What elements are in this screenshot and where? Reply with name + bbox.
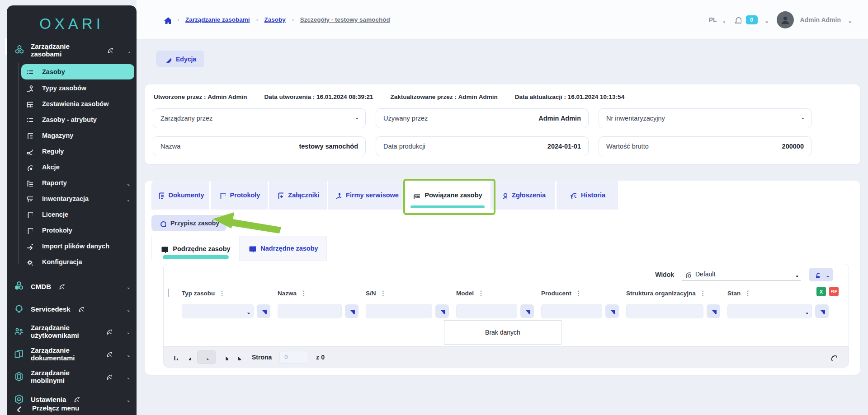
filter-input-nazwa[interactable] [278,304,342,318]
breadcrumb-current[interactable]: Szczegóły - testowy samochód [300,16,390,23]
select-all-checkbox[interactable] [168,289,169,297]
last-page-button[interactable] [234,353,242,361]
avatar[interactable] [777,11,794,28]
sidebar-item-licencje[interactable]: Licencje [7,206,137,222]
sidebar-item-zasoby[interactable]: Zasoby [21,64,134,79]
filter-funnel-button[interactable] [815,304,829,318]
sidebar-item-zasoby-atrybuty[interactable]: Zasoby - atrybuty [7,112,137,127]
tab-firmy-serwisowe[interactable]: Firmy serwisowe [328,181,405,210]
tab-zgloszenia[interactable]: Zgłoszenia [491,181,555,210]
toggle-menu-button[interactable]: Przełącz menu [14,404,129,412]
user-menu[interactable]: Admin Admin [800,16,841,23]
filter-input-stan[interactable] [727,304,812,318]
filter-input-typ-zasobu[interactable] [182,304,254,318]
sidebar-item-label: Inwentaryzacja [42,195,89,202]
meta-created-by: Utworzone przez : Admin Admin [154,93,247,100]
caret-down-icon [720,17,725,23]
caret-down-icon [823,272,829,277]
tab-powiazane-zasoby[interactable]: Powiązane zasoby [406,181,489,210]
chevron-down-icon [125,306,130,312]
sidebar-group-zarzadzanie-zasobami[interactable]: Zarządzanie zasobami [7,36,137,62]
sidebar-group-zarzadzanie-mobilnymi[interactable]: Zarządzanie mobilnymi [7,365,137,388]
filter-funnel-button[interactable] [257,304,270,318]
column-menu-trigger[interactable]: ⋮ [219,289,226,297]
sidebar-item-zestawienia-zasobow[interactable]: Zestawienia zasobów [7,96,137,112]
filter-funnel-button[interactable] [707,304,720,318]
filter-funnel-button[interactable] [520,304,534,318]
sidebar-item-label: Protokoły [42,227,72,234]
headset-icon [14,303,24,314]
tab-protokoly[interactable]: Protokoły [211,181,268,210]
column-menu-trigger[interactable]: ⋮ [301,289,307,297]
bell-icon[interactable] [733,16,741,24]
edit-button[interactable]: Edycja [156,51,204,67]
sidebar-item-reguly[interactable]: Reguły [7,143,137,159]
funnel-icon [439,308,445,314]
page-size-select[interactable] [197,350,216,364]
sidebar-item-typy-zasobow[interactable]: Typy zasobów [7,80,137,96]
protocol-icon [26,227,33,234]
refresh-button[interactable] [827,353,840,361]
filter-funnel-button[interactable] [435,304,449,318]
view-select[interactable]: Default [682,269,801,281]
tab-historia[interactable]: Historia [557,181,618,210]
app-logo[interactable]: OXARI [7,5,137,36]
page-input[interactable] [279,351,308,364]
subtab-podrzedne-zasoby[interactable]: Podrzędne zasoby [151,236,239,261]
sidebar-item-inwentaryzacja[interactable]: Inwentaryzacja [7,191,137,206]
home-icon[interactable] [163,16,171,24]
first-page-button[interactable] [171,353,179,361]
sidebar-item-konfiguracja[interactable]: Konfiguracja [7,254,137,270]
sidebar-item-magazyny[interactable]: Magazyny [7,127,137,143]
previous-page-button[interactable] [184,353,192,361]
export-excel-icon[interactable]: X [816,287,826,296]
assign-resources-button[interactable]: Przypisz zasoby [151,215,226,231]
sidebar-submenu: Zasoby Typy zasobów Zestawienia zasobów … [7,62,137,270]
sidebar-item-label: Konfiguracja [42,258,82,266]
lock-view-button[interactable] [809,268,833,281]
column-menu-trigger[interactable]: ⋮ [380,289,387,297]
column-menu-trigger[interactable]: ⋮ [576,289,582,297]
empty-state: Brak danych [444,320,561,345]
person-icon [500,191,507,199]
caret-down-icon[interactable] [762,17,768,23]
column-menu-trigger[interactable]: ⋮ [745,289,751,297]
column-header-model: Model ⋮ [456,289,541,297]
sidebar-item-raporty[interactable]: Raporty [7,175,137,191]
field-nazwa: Nazwa testowy samochód [153,136,366,156]
sidebar-group-servicedesk[interactable]: Servicedesk [7,298,137,320]
toggle-menu-label: Przełącz menu [32,404,79,412]
tab-zalaczniki[interactable]: Załączniki [269,181,327,210]
topbar: › Zarządzanie zasobami › Zasoby › Szczeg… [137,0,868,40]
previous-page-icon [185,354,191,360]
language-selector[interactable]: PL [709,16,725,23]
funnel-icon [609,308,615,314]
filter-input-model[interactable] [456,304,517,318]
tab-dokumenty[interactable]: Dokumenty [151,181,209,210]
list-icon [26,116,33,123]
sidebar-group-cmdb[interactable]: CMDB [7,275,137,298]
next-page-button[interactable] [221,353,229,361]
sidebar-item-import-plikow-danych[interactable]: Import plików danych [7,238,137,254]
sidebar-item-label: Zasoby - atrybuty [42,116,97,123]
view-row: Widok Default [164,264,849,285]
notification-badge[interactable]: 0 [746,15,758,24]
filter-funnel-button[interactable] [605,304,619,318]
breadcrumb-link-zasoby[interactable]: Zasoby [264,16,286,23]
breadcrumb-link-zarzadzanie-zasobami[interactable]: Zarządzanie zasobami [185,16,250,23]
caret-down-icon[interactable] [845,17,851,23]
export-pdf-icon[interactable]: PDF [829,287,839,296]
last-page-icon [235,354,241,360]
gauge-icon [106,373,112,380]
filter-input-struktura-organizacyjna[interactable] [626,304,703,318]
sidebar-item-akcje[interactable]: Akcje [7,159,137,175]
column-menu-trigger[interactable]: ⋮ [478,289,485,297]
subtab-nadrzedne-zasoby[interactable]: Nadrzędne zasoby [239,236,327,261]
filter-funnel-button[interactable] [345,304,359,318]
filter-input-sn[interactable] [366,304,432,318]
column-menu-trigger[interactable]: ⋮ [700,289,707,297]
filter-input-producent[interactable] [541,304,602,318]
sidebar-group-zarzadzanie-uzytkownikami[interactable]: Zarządzanie użytkownikami [7,320,137,343]
sidebar-item-protokoly[interactable]: Protokoły [7,222,137,238]
sidebar-group-zarzadzanie-dokumentami[interactable]: Zarządzanie dokumentami [7,343,137,365]
